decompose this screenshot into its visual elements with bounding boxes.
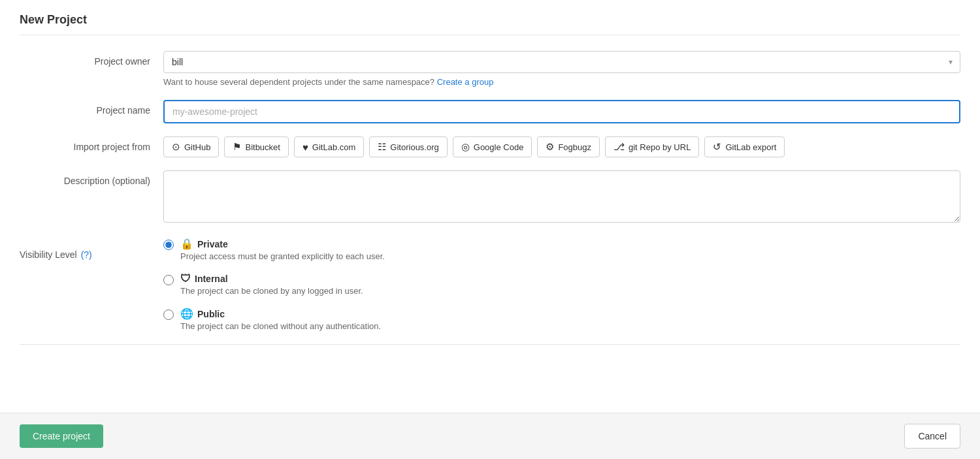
import-btn-google-code[interactable]: ◎Google Code — [453, 136, 532, 157]
import-label-bitbucket: Bitbucket — [245, 142, 280, 152]
import-icon-git-repo-url: ⎇ — [613, 141, 625, 153]
import-btn-gitorious[interactable]: ☷Gitorious.org — [369, 136, 447, 157]
visibility-desc-internal: The project can be cloned by any logged … — [180, 286, 363, 296]
import-icon-gitlab-export: ↺ — [713, 141, 721, 153]
visibility-label-text: Visibility Level — [20, 249, 77, 260]
import-icon-google-code: ◎ — [461, 141, 470, 153]
description-control — [163, 170, 960, 225]
visibility-radio-public[interactable] — [163, 309, 174, 320]
visibility-content-internal: 🛡 Internal The project can be cloned by … — [180, 273, 363, 296]
import-icon-github: ⊙ — [172, 141, 180, 153]
visibility-title-internal: 🛡 Internal — [180, 273, 363, 285]
visibility-title-private: 🔒 Private — [180, 238, 385, 250]
visibility-label-container: Visibility Level (?) — [20, 238, 163, 260]
import-btn-gitlab-com[interactable]: ♥GitLab.com — [294, 136, 364, 157]
visibility-label-private: Private — [197, 239, 228, 249]
visibility-label-group: Visibility Level (?) — [20, 243, 150, 260]
import-label-gitorious: Gitorious.org — [390, 142, 438, 152]
import-label-google-code: Google Code — [474, 142, 524, 152]
import-buttons: ⊙GitHub⚑Bitbucket♥GitLab.com☷Gitorious.o… — [163, 136, 960, 157]
visibility-content-private: 🔒 Private Project access must be granted… — [180, 238, 385, 261]
visibility-title-public: 🌐 Public — [180, 308, 381, 320]
visibility-options: 🔒 Private Project access must be granted… — [163, 238, 960, 331]
import-row: Import project from ⊙GitHub⚑Bitbucket♥Gi… — [20, 136, 960, 157]
visibility-control: 🔒 Private Project access must be granted… — [163, 238, 960, 331]
import-btn-fogbugz[interactable]: ⚙Fogbugz — [537, 136, 600, 157]
cancel-button[interactable]: Cancel — [904, 424, 960, 449]
import-icon-gitlab-com: ♥ — [302, 142, 308, 153]
description-row: Description (optional) — [20, 170, 960, 225]
visibility-option-private: 🔒 Private Project access must be granted… — [163, 238, 960, 261]
project-owner-select-wrapper: bill ▾ — [163, 51, 960, 73]
project-owner-control: bill ▾ Want to house several dependent p… — [163, 51, 960, 87]
visibility-desc-public: The project can be cloned without any au… — [180, 321, 381, 331]
import-label-fogbugz: Fogbugz — [558, 142, 591, 152]
visibility-row: Visibility Level (?) 🔒 Private Project a… — [20, 238, 960, 331]
import-btn-gitlab-export[interactable]: ↺GitLab export — [704, 136, 785, 157]
visibility-label-internal: Internal — [195, 274, 228, 284]
page-title: New Project — [20, 13, 960, 35]
visibility-radio-private[interactable] — [163, 240, 174, 250]
form-section: Project owner bill ▾ Want to house sever… — [20, 51, 960, 331]
description-label: Description (optional) — [20, 170, 163, 186]
project-owner-select[interactable]: bill — [163, 51, 960, 73]
project-owner-row: Project owner bill ▾ Want to house sever… — [20, 51, 960, 87]
footer-bar: Create project Cancel — [0, 413, 980, 459]
import-label-gitlab-com: GitLab.com — [312, 142, 355, 152]
visibility-radio-internal[interactable] — [163, 275, 174, 285]
import-icon-bitbucket: ⚑ — [233, 141, 241, 153]
import-label-git-repo-url: git Repo by URL — [629, 142, 691, 152]
namespace-hint: Want to house several dependent projects… — [163, 77, 960, 87]
import-btn-github[interactable]: ⊙GitHub — [163, 136, 219, 157]
visibility-icon-private: 🔒 — [180, 238, 193, 250]
description-textarea[interactable] — [163, 170, 960, 223]
visibility-icon-internal: 🛡 — [180, 273, 191, 285]
import-icon-fogbugz: ⚙ — [546, 141, 554, 153]
import-control: ⊙GitHub⚑Bitbucket♥GitLab.com☷Gitorious.o… — [163, 136, 960, 157]
page-wrapper: New Project Project owner bill ▾ Want to… — [0, 0, 980, 459]
visibility-option-public: 🌐 Public The project can be cloned witho… — [163, 308, 960, 331]
visibility-label-public: Public — [197, 309, 225, 319]
project-name-row: Project name — [20, 100, 960, 123]
visibility-help-icon[interactable]: (?) — [81, 249, 92, 260]
import-label: Import project from — [20, 136, 163, 152]
project-owner-label: Project owner — [20, 51, 163, 67]
import-icon-gitorious: ☷ — [378, 141, 386, 153]
visibility-icon-public: 🌐 — [180, 308, 193, 320]
visibility-content-public: 🌐 Public The project can be cloned witho… — [180, 308, 381, 331]
visibility-desc-private: Project access must be granted explicitl… — [180, 251, 385, 261]
create-group-link[interactable]: Create a group — [437, 77, 494, 87]
import-label-gitlab-export: GitLab export — [725, 142, 776, 152]
project-name-input[interactable] — [163, 100, 960, 123]
import-btn-bitbucket[interactable]: ⚑Bitbucket — [224, 136, 288, 157]
project-name-control — [163, 100, 960, 123]
import-label-github: GitHub — [184, 142, 210, 152]
footer-divider — [20, 344, 960, 345]
create-project-button[interactable]: Create project — [20, 424, 103, 448]
visibility-option-internal: 🛡 Internal The project can be cloned by … — [163, 273, 960, 296]
import-btn-git-repo-url[interactable]: ⎇git Repo by URL — [605, 136, 699, 157]
project-name-label: Project name — [20, 100, 163, 116]
